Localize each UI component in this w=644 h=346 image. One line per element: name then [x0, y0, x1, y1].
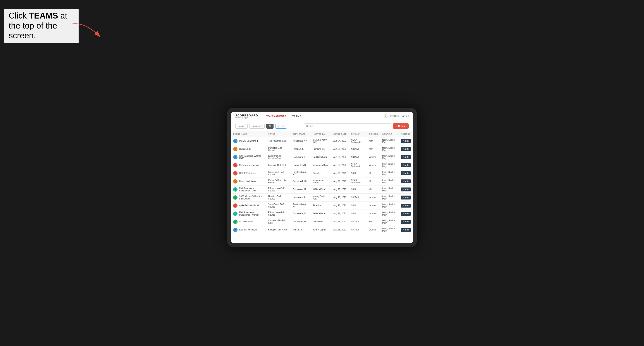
cell-date-2: Aug 26, 2023 — [331, 153, 349, 161]
edit-button-3[interactable]: ✎ Edit — [401, 163, 411, 167]
settings-icon[interactable]: ⚙ — [384, 115, 388, 118]
cell-gender-5: Men — [367, 177, 380, 185]
cell-hosted-10: Vincennes — [310, 218, 331, 226]
cell-city-9: Oskaloosa, IA — [290, 209, 310, 218]
table-row: V VU PREVIEW Cypress Hills Golf Club Vin… — [231, 218, 413, 226]
cell-gender-6: Men — [367, 185, 380, 193]
event-icon-9: F — [233, 211, 238, 216]
nav-link-tournaments[interactable]: TOURNAMENTS — [263, 112, 289, 121]
table-header-row: EVENT NAME VENUE CITY, STATE HOSTED BY S… — [231, 131, 413, 137]
event-name-1: Highland 36 — [239, 148, 251, 150]
table-row: H Highland 36 Park Hills Golf Course Fre… — [231, 145, 413, 153]
cell-date-5: Aug 28, 2023 — [331, 177, 349, 185]
tournaments-table: EVENT NAME VENUE CITY, STATE HOSTED BY S… — [231, 131, 413, 234]
cell-event-name-2: C Carl Sandburg Women FA23 — [231, 153, 266, 161]
cell-date-1: Aug 25, 2023 — [331, 145, 349, 153]
table-row: M Morris Invitational Ruttger's Bay Lake… — [231, 177, 413, 185]
table-row: U UPIKE Fall Invite StoneCrest Golf Cour… — [231, 169, 413, 177]
nav-bar: SCOREBOARD Powered by clippit TOURNAMENT… — [231, 112, 413, 121]
instruction-prefix: Click — [9, 11, 29, 20]
col-start-date: START DATE — [331, 131, 349, 137]
user-info: Test User | Sign out — [390, 115, 409, 117]
event-icon-1: H — [233, 147, 238, 151]
filter-button[interactable]: ≡ Filter — [275, 124, 287, 129]
edit-button-7[interactable]: ✎ Edit — [401, 195, 411, 199]
create-button[interactable]: + Create — [393, 123, 409, 129]
cell-hosted-0: Mt. Saint Mary (NY) — [310, 137, 331, 145]
table-row: 2 2023 Women's Hesston Fall Kickoff Hess… — [231, 193, 413, 201]
cell-actions-2: ✎ Edit — [399, 153, 413, 161]
cell-city-0: Newburgh, NY — [290, 137, 310, 145]
cell-division-8: NAIA — [349, 201, 367, 209]
cell-division-7: NICAA II — [349, 193, 367, 201]
cell-event-name-6: F Fall Statesmen Invitational - Men — [231, 185, 266, 193]
col-city-state: CITY, STATE — [290, 131, 310, 137]
event-name-3: Maverick Invitational — [239, 164, 259, 166]
edit-button-1[interactable]: ✎ Edit — [401, 147, 411, 151]
nav-link-teams[interactable]: TEAMS — [289, 112, 304, 121]
instruction-bold: TEAMS — [29, 11, 58, 20]
edit-button-8[interactable]: ✎ Edit — [401, 204, 411, 207]
table-row: F Fall Statesmen Invitational - Men Edmu… — [231, 185, 413, 193]
cell-gender-3: Women — [367, 161, 380, 169]
cell-event-name-11: K Klash at Kokopelli — [231, 226, 266, 234]
edit-button-5[interactable]: ✎ Edit — [401, 179, 411, 183]
cell-division-5: NCAA Division III — [349, 177, 367, 185]
event-icon-8: u — [233, 203, 238, 208]
cell-actions-1: ✎ Edit — [399, 145, 413, 153]
search-input[interactable] — [304, 123, 391, 129]
hosting-button[interactable]: Hosting — [235, 124, 248, 129]
cell-hosted-2: Carl Sandburg — [310, 153, 331, 161]
col-gender: GENDER — [367, 131, 380, 137]
table-row: F Fall Statesmen Invitational - Women Ed… — [231, 209, 413, 218]
col-hosted-by: HOSTED BY — [310, 131, 331, 137]
cell-event-name-10: V VU PREVIEW — [231, 218, 266, 226]
competing-button[interactable]: Competing — [249, 124, 264, 129]
all-button[interactable]: All — [266, 124, 274, 129]
logo-subtitle: Powered by clippit — [235, 117, 258, 118]
col-event-name: EVENT NAME — [231, 131, 266, 137]
cell-scoring-2: team, Stroke Play — [380, 153, 399, 161]
cell-hosted-1: Highland CC — [310, 145, 331, 153]
edit-button-0[interactable]: ✎ Edit — [401, 139, 411, 143]
edit-button-9[interactable]: ✎ Edit — [401, 212, 411, 216]
cell-division-10: NICAA II — [349, 218, 367, 226]
cell-actions-3: ✎ Edit — [399, 161, 413, 169]
cell-venue-3: Faribault Golf Club — [266, 161, 290, 169]
cell-division-0: NCAA Division III — [349, 137, 367, 145]
col-scoring: SCORING — [380, 131, 399, 137]
edit-button-11[interactable]: ✎ Edit — [401, 228, 411, 232]
logo: SCOREBOARD Powered by clippit — [235, 114, 258, 118]
event-icon-5: M — [233, 179, 238, 183]
cell-division-11: NICAA I — [349, 226, 367, 234]
cell-city-10: Vincennes, IN — [290, 218, 310, 226]
event-icon-6: F — [233, 187, 238, 192]
cell-actions-6: ✎ Edit — [399, 185, 413, 193]
cell-gender-8: Women — [367, 201, 380, 209]
cell-venue-5: Ruttger's Bay Lake Resort — [266, 177, 290, 185]
event-name-0: MSMC Qualifying 1 — [239, 140, 258, 142]
cell-scoring-11: team, Stroke Play — [380, 226, 399, 234]
cell-scoring-0: team, Stroke Play — [380, 137, 399, 145]
table-container: EVENT NAME VENUE CITY, STATE HOSTED BY S… — [231, 131, 413, 243]
edit-button-2[interactable]: ✎ Edit — [401, 155, 411, 159]
event-icon-3: M — [233, 163, 238, 168]
event-name-7: 2023 Women's Hesston Fall Kickoff — [239, 195, 264, 200]
cell-division-4: NAIA — [349, 169, 367, 177]
cell-date-9: Aug 28, 2023 — [331, 209, 349, 218]
edit-button-6[interactable]: ✎ Edit — [401, 187, 411, 191]
cell-event-name-5: M Morris Invitational — [231, 177, 266, 185]
cell-date-11: Aug 28, 2023 — [331, 226, 349, 234]
cell-date-0: Aug 24, 2023 — [331, 137, 349, 145]
edit-button-10[interactable]: ✎ Edit — [401, 220, 411, 224]
cell-event-name-0: M MSMC Qualifying 1 — [231, 137, 266, 145]
edit-button-4[interactable]: ✎ Edit — [401, 171, 411, 175]
cell-gender-10: Men — [367, 218, 380, 226]
cell-hosted-9: William Penn — [310, 209, 331, 218]
cell-event-name-1: H Highland 36 — [231, 145, 266, 153]
cell-event-name-7: 2 2023 Women's Hesston Fall Kickoff — [231, 193, 266, 201]
cell-venue-1: Park Hills Golf Course — [266, 145, 290, 153]
cell-scoring-1: team, Stroke Play — [380, 145, 399, 153]
cell-date-3: Aug 28, 2023 — [331, 161, 349, 169]
cell-venue-7: Hesston Golf Course — [266, 193, 290, 201]
